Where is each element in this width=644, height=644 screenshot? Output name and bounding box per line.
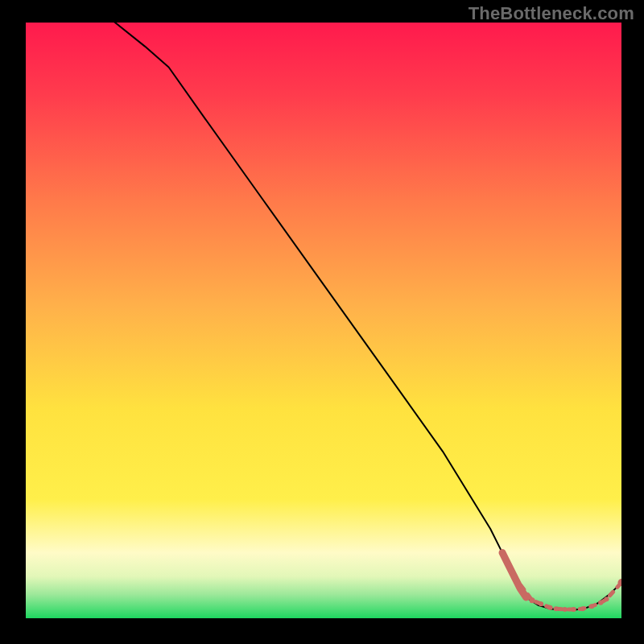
marker-dot — [572, 607, 576, 612]
gradient-background — [26, 23, 621, 618]
marker-dot — [511, 573, 518, 580]
marker-dot — [563, 607, 568, 612]
marker-dot — [580, 606, 585, 611]
plot-area — [26, 23, 621, 618]
marker-dot — [598, 601, 603, 605]
marker-dot — [539, 601, 543, 606]
marker-dot — [605, 597, 609, 601]
chart-svg — [26, 23, 621, 618]
watermark-text: TheBottleneck.com — [469, 3, 634, 24]
marker-dot — [589, 604, 594, 609]
chart-stage: TheBottleneck.com — [0, 0, 644, 644]
marker-dot — [547, 605, 552, 610]
marker-dot — [530, 597, 535, 603]
marker-dot — [554, 606, 559, 611]
